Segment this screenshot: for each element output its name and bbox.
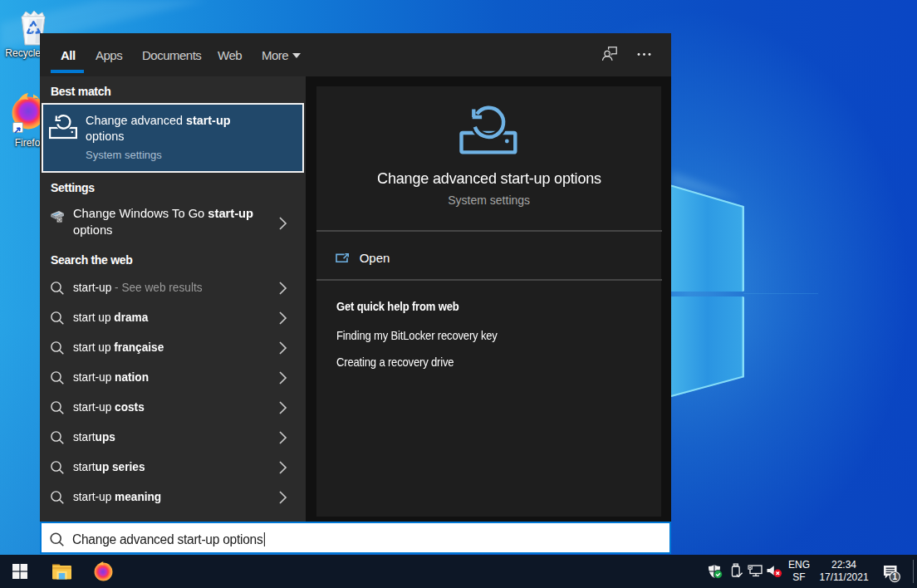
svg-text:1: 1 bbox=[893, 572, 898, 581]
